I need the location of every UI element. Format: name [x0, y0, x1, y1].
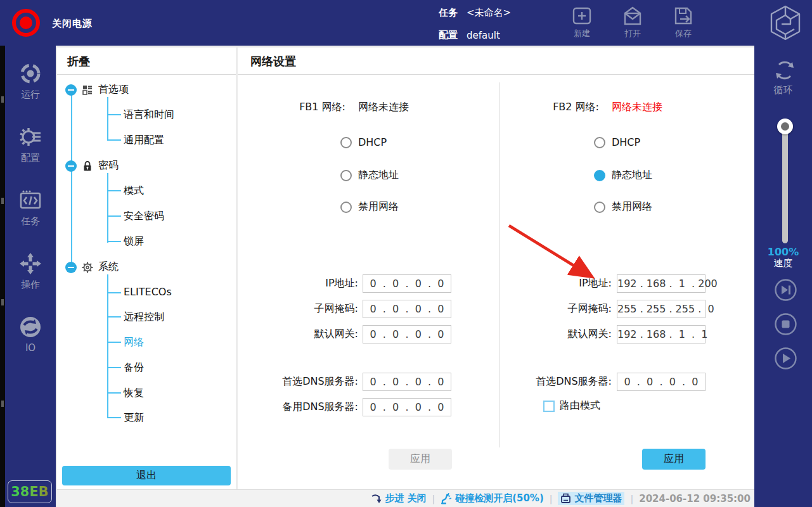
fb2-radio-disable-label: 禁用网络: [612, 200, 652, 214]
tree-item-remote-control[interactable]: 远程控制: [124, 311, 164, 324]
tree-group-password[interactable]: 密码: [65, 159, 119, 172]
edge-tick: [1, 96, 4, 103]
tree-item-language-time[interactable]: 语言和时间: [124, 108, 174, 122]
fb2-apply-button[interactable]: 应用: [642, 449, 706, 470]
fb2-gateway-label: 默认网关:: [520, 328, 612, 341]
open-task-button[interactable]: 打开: [612, 5, 653, 39]
tree-item-general-config[interactable]: 通用配置: [124, 134, 164, 147]
fb2-dns1-input[interactable]: 0 . 0 . 0 . 0: [617, 373, 706, 391]
speed-slider-track[interactable]: [782, 125, 788, 243]
tree-item-mode[interactable]: 模式: [124, 184, 144, 198]
tree-tick: [107, 392, 121, 394]
collapse-minus-icon[interactable]: [65, 84, 77, 96]
file-manager-icon: [560, 493, 571, 504]
separator: |: [432, 494, 435, 504]
fb1-gateway-label: 默认网关:: [257, 328, 358, 341]
operate-move-icon: [19, 252, 42, 275]
checkbox-icon[interactable]: [543, 401, 555, 412]
sidebar-item-io[interactable]: IO: [5, 316, 56, 374]
fb2-radio-disable[interactable]: 禁用网络: [594, 200, 652, 214]
tree-item-lock-screen[interactable]: 锁屏: [124, 235, 144, 248]
tree-item-backup[interactable]: 备份: [124, 361, 144, 375]
tree-group-preferences[interactable]: 首选项: [65, 83, 129, 96]
radio-icon[interactable]: [340, 137, 352, 148]
sidebar-item-task-label: 任务: [5, 215, 56, 228]
fb1-gateway-input[interactable]: 0 . 0 . 0 . 0: [363, 325, 451, 343]
radio-icon[interactable]: [340, 202, 352, 213]
power-status-icon[interactable]: [11, 8, 41, 37]
fb1-mask-input[interactable]: 0 . 0 . 0 . 0: [363, 300, 451, 318]
radio-checked-icon[interactable]: [594, 170, 605, 181]
radio-icon[interactable]: [340, 170, 352, 181]
tree-tick: [107, 367, 121, 368]
sidebar-item-run-label: 运行: [5, 89, 56, 101]
lock-icon: [82, 160, 93, 172]
tree-item-elitecos[interactable]: ELITECOs: [124, 286, 172, 298]
tree-item-safety-password[interactable]: 安全密码: [124, 210, 164, 223]
tree-item-restore[interactable]: 恢复: [124, 387, 144, 400]
fb2-radio-static-label: 静态地址: [612, 169, 652, 182]
play-button[interactable]: [775, 347, 797, 369]
stop-button[interactable]: [775, 313, 797, 335]
power-button-label[interactable]: 关闭电源: [52, 18, 93, 30]
sidebar-item-run[interactable]: 运行: [5, 62, 56, 120]
sidebar-item-operate[interactable]: 操作: [5, 252, 56, 311]
step-forward-button[interactable]: [775, 279, 797, 301]
preferences-icon: [82, 84, 93, 96]
radio-icon[interactable]: [594, 137, 605, 148]
collapse-minus-icon[interactable]: [65, 262, 77, 273]
exit-button[interactable]: 退出: [62, 466, 231, 485]
speed-percentage: 100%: [754, 246, 812, 258]
fb1-apply-button[interactable]: 应用: [389, 449, 452, 470]
network-settings-panel: 网络设置 FB1 网络: 网络未连接 DHCP 静态地址 禁用网络 IP地址: …: [238, 48, 754, 489]
radio-icon[interactable]: [594, 202, 605, 213]
new-task-button[interactable]: 新建: [562, 5, 602, 39]
fb2-route-mode-label: 路由模式: [560, 399, 600, 413]
tree-tick: [107, 139, 121, 141]
tree-group-system[interactable]: 系统: [65, 260, 119, 274]
fb1-dns2-input[interactable]: 0 . 0 . 0 . 0: [363, 398, 451, 416]
tree-panel-title[interactable]: 折叠: [57, 48, 236, 75]
collision-detection-status[interactable]: 碰撞检测开启(50%): [441, 492, 544, 504]
file-manager-text: 文件管理器: [574, 492, 622, 504]
loop-label: 循环: [754, 84, 812, 96]
step-mode-icon: [371, 493, 382, 504]
tree-tick: [107, 241, 121, 242]
fb1-mask-label: 子网掩码:: [257, 302, 358, 316]
fb2-ip-input[interactable]: 192 . 168 . 1 . 200: [617, 274, 706, 293]
fb2-route-mode-checkbox-row[interactable]: 路由模式: [543, 399, 600, 413]
speed-slider-thumb[interactable]: [777, 119, 793, 134]
tree-item-update[interactable]: 更新: [124, 411, 144, 425]
file-manager-button[interactable]: 文件管理器: [558, 492, 624, 505]
fb1-dns2-label: 备用DNS服务器:: [257, 401, 358, 414]
tree-branch: [107, 97, 108, 140]
tree-item-network[interactable]: 网络: [124, 336, 144, 349]
tree-tick: [107, 316, 121, 318]
edge-tick: [1, 299, 4, 305]
tree-tick: [107, 292, 121, 293]
fb2-radio-dhcp[interactable]: DHCP: [594, 136, 640, 148]
step-mode-status[interactable]: 步进 关闭: [371, 492, 426, 504]
fb1-ip-input[interactable]: 0 . 0 . 0 . 0: [363, 274, 451, 293]
separator: |: [630, 494, 633, 504]
fb1-radio-static[interactable]: 静态地址: [340, 169, 399, 182]
edge-tick: [1, 198, 4, 204]
loop-icon[interactable]: [773, 58, 797, 82]
fb2-mask-input[interactable]: 255 . 255 . 255 . 0: [617, 300, 706, 318]
fb1-radio-disable[interactable]: 禁用网络: [340, 200, 399, 214]
fb1-dns1-input[interactable]: 0 . 0 . 0 . 0: [363, 373, 451, 391]
sidebar-item-config[interactable]: 配置: [5, 125, 56, 184]
collapse-minus-icon[interactable]: [65, 160, 77, 172]
fb2-radio-static[interactable]: 静态地址: [594, 169, 652, 182]
tree-tick: [107, 342, 121, 343]
task-row: 任务 <未命名>: [439, 7, 511, 19]
sidebar-item-task[interactable]: 任务: [5, 189, 56, 247]
fb2-gateway-input[interactable]: 192 . 168 . 1 . 1: [617, 325, 706, 343]
fb1-radio-dhcp[interactable]: DHCP: [340, 136, 387, 148]
fb2-mask-label: 子网掩码:: [520, 302, 612, 316]
left-sidebar: 运行 配置 任务: [5, 46, 56, 507]
fb1-mask-row: 子网掩码: 0 . 0 . 0 . 0: [257, 300, 451, 318]
config-row: 配置 default: [439, 29, 500, 41]
save-task-button[interactable]: 保存: [663, 5, 704, 39]
fb1-ip-label: IP地址:: [257, 277, 358, 290]
